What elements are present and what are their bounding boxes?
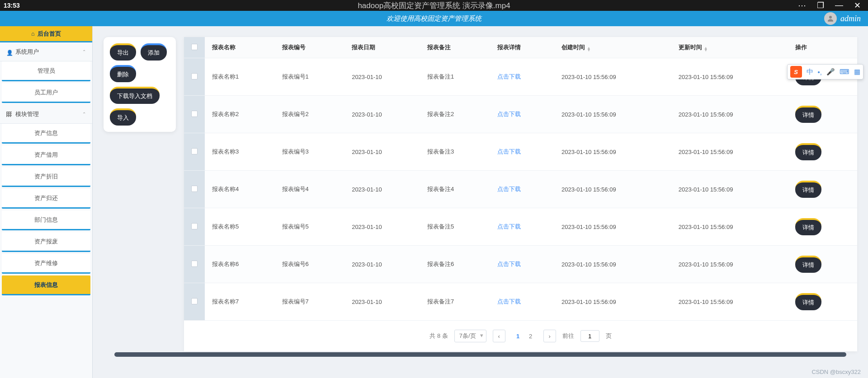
group-icon (6, 49, 12, 55)
horizontal-scrollbar[interactable] (114, 352, 846, 357)
cell-updated: 2023-01-10 15:56:09 (671, 171, 788, 208)
row-checkbox-cell[interactable] (184, 246, 205, 283)
row-checkbox[interactable] (191, 223, 198, 229)
row-checkbox-cell[interactable] (184, 58, 205, 96)
sidebar-item[interactable]: 资产折旧 (2, 167, 90, 187)
close-icon[interactable]: ✕ (854, 0, 861, 10)
sidebar-item[interactable]: 员工用户 (2, 83, 90, 103)
detail-button[interactable]: 详情 (795, 256, 821, 273)
row-checkbox[interactable] (191, 111, 198, 117)
col-detail[interactable]: 报表详情 (490, 37, 554, 58)
detail-button[interactable]: 详情 (795, 143, 821, 160)
col-date[interactable]: 报表日期 (344, 37, 420, 58)
table-row: 报表名称5报表编号52023-01-10报表备注5点击下载2023-01-10 … (184, 208, 857, 246)
pagination: 共 8 条 7条/页 ‹ 12 › 前往 页 (184, 321, 857, 351)
sidebar-item[interactable]: 部门信息 (2, 210, 90, 230)
sidebar-item[interactable]: 资产信息 (2, 124, 90, 144)
col-code[interactable]: 报表编号 (275, 37, 345, 58)
delete-button[interactable]: 删除 (110, 65, 136, 82)
download-link[interactable]: 点击下载 (497, 186, 521, 192)
row-checkbox[interactable] (191, 298, 198, 304)
col-remark[interactable]: 报表备注 (420, 37, 490, 58)
sort-icon[interactable]: ▲▼ (704, 47, 708, 51)
export-button[interactable]: 导出 (110, 43, 136, 61)
download-link[interactable]: 点击下载 (497, 298, 521, 305)
sidebar-item[interactable]: 资产维修 (2, 254, 90, 274)
next-page-button[interactable]: › (543, 330, 556, 342)
add-button[interactable]: 添加 (141, 43, 167, 61)
table-row: 报表名称2报表编号22023-01-10报表备注2点击下载2023-01-10 … (184, 96, 857, 133)
page-number[interactable]: 2 (524, 330, 537, 342)
row-checkbox-cell[interactable] (184, 96, 205, 133)
import-button[interactable]: 导入 (110, 108, 136, 126)
detail-button[interactable]: 详情 (795, 106, 821, 123)
more-icon[interactable]: ⋯ (798, 0, 806, 10)
cell-detail: 点击下载 (490, 208, 554, 246)
row-checkbox-cell[interactable] (184, 133, 205, 171)
row-checkbox[interactable] (191, 261, 198, 267)
goto-page-input[interactable] (580, 330, 599, 342)
download-link[interactable]: 点击下载 (497, 111, 521, 117)
sidebar-item[interactable]: 报表信息 (2, 275, 90, 295)
sort-icon[interactable]: ▲▼ (587, 47, 591, 51)
sidebar-item[interactable]: 管理员 (2, 61, 90, 81)
row-checkbox[interactable] (191, 186, 198, 192)
download-link[interactable]: 点击下载 (497, 73, 521, 80)
page-size-select[interactable]: 7条/页 (454, 330, 486, 342)
sidebar-item[interactable]: 资产借用 (2, 145, 90, 165)
goto-suffix: 页 (606, 332, 612, 340)
sidebar-item[interactable]: 资产报废 (2, 232, 90, 252)
cell-date: 2023-01-10 (344, 246, 420, 283)
row-checkbox-cell[interactable] (184, 171, 205, 208)
detail-button[interactable]: 详情 (795, 293, 821, 310)
restore-icon[interactable]: ❐ (817, 0, 824, 10)
download-link[interactable]: 点击下载 (497, 223, 521, 230)
watermark: CSDN @bscxy322 (811, 369, 861, 375)
sidebar-group-header[interactable]: 系统用户⌃ (0, 42, 92, 61)
window-titlebar: 13:53 hadoop高校固定资产管理系统 演示录像.mp4 ⋯ ❐ — ✕ (0, 0, 868, 11)
table-row: 报表名称1报表编号12023-01-10报表备注1点击下载2023-01-10 … (184, 58, 857, 96)
row-checkbox-cell[interactable] (184, 208, 205, 246)
ime-mic-icon[interactable]: 🎤 (826, 68, 835, 76)
row-checkbox[interactable] (191, 73, 198, 79)
minimize-icon[interactable]: — (835, 0, 843, 10)
window-title: hadoop高校固定资产管理系统 演示录像.mp4 (358, 0, 510, 11)
sidebar-home[interactable]: ⌂ 后台首页 (0, 26, 92, 42)
prev-page-button[interactable]: ‹ (493, 330, 505, 342)
svg-point-0 (829, 16, 832, 19)
ime-punct-icon[interactable]: •, (818, 68, 822, 76)
download-template-button[interactable]: 下载导入文档 (110, 87, 160, 104)
col-name[interactable]: 报表名称 (205, 37, 275, 58)
download-link[interactable]: 点击下载 (497, 148, 521, 155)
user-menu[interactable]: admin (824, 12, 861, 25)
sidebar-group-header[interactable]: 模块管理⌃ (0, 105, 92, 124)
cell-updated: 2023-01-10 15:56:09 (671, 58, 788, 96)
col-created[interactable]: 创建时间▲▼ (554, 37, 671, 58)
ime-toolbar[interactable]: S 中 •, 🎤 ⌨ ▦ (787, 64, 863, 79)
ime-keyboard-icon[interactable]: ⌨ (840, 68, 849, 76)
main-content: 导出 添加 删除 下载导入文档 导入 报表名称 报表编号 报表日期 (93, 26, 868, 378)
cell-date: 2023-01-10 (344, 208, 420, 246)
cell-detail: 点击下载 (490, 283, 554, 321)
cell-name: 报表名称3 (205, 133, 275, 171)
cell-ops: 详情 (788, 208, 857, 246)
cell-name: 报表名称7 (205, 283, 275, 321)
table-row: 报表名称7报表编号72023-01-10报表备注7点击下载2023-01-10 … (184, 283, 857, 321)
detail-button[interactable]: 详情 (795, 181, 821, 198)
row-checkbox-cell[interactable] (184, 283, 205, 321)
select-all-checkbox[interactable] (191, 44, 198, 50)
cell-detail: 点击下载 (490, 96, 554, 133)
cell-updated: 2023-01-10 15:56:09 (671, 133, 788, 171)
row-checkbox[interactable] (191, 148, 198, 154)
page-number[interactable]: 1 (512, 330, 524, 342)
ime-grid-icon[interactable]: ▦ (854, 68, 860, 76)
username-label: admin (840, 14, 861, 23)
cell-updated: 2023-01-10 15:56:09 (671, 246, 788, 283)
cell-ops: 详情 (788, 246, 857, 283)
col-updated[interactable]: 更新时间▲▼ (671, 37, 788, 58)
detail-button[interactable]: 详情 (795, 218, 821, 235)
download-link[interactable]: 点击下载 (497, 261, 521, 267)
header-checkbox-cell[interactable] (184, 37, 205, 58)
sidebar-item[interactable]: 资产归还 (2, 189, 90, 209)
ime-lang[interactable]: 中 (807, 68, 813, 76)
